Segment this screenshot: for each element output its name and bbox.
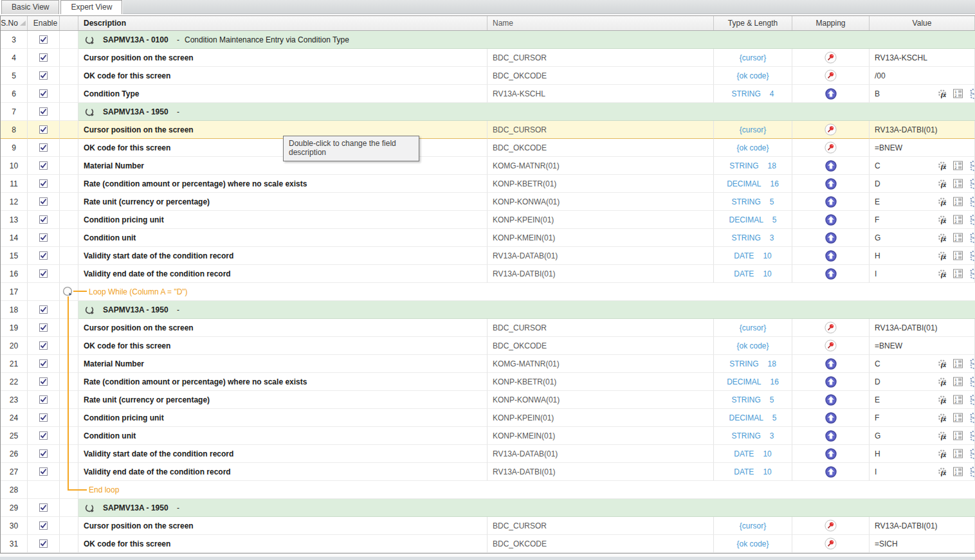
mapping-cell[interactable] — [792, 463, 870, 481]
formula-fx-icon[interactable]: fx — [938, 268, 949, 279]
loop-icon[interactable] — [62, 286, 73, 297]
enable-checkbox[interactable] — [39, 143, 48, 152]
field-name[interactable]: RV13A-DATAB(01) — [488, 445, 714, 463]
enable-checkbox[interactable] — [39, 341, 48, 350]
mapping-list-icon[interactable]: 1 2 — [953, 376, 963, 386]
enable-checkbox[interactable] — [39, 467, 48, 476]
mapping-cell[interactable] — [792, 517, 870, 535]
column-header-description[interactable]: Description — [78, 16, 488, 30]
enable-checkbox[interactable] — [39, 53, 48, 62]
formula-fx-icon[interactable]: fx — [938, 358, 949, 369]
link-icon[interactable] — [968, 214, 975, 225]
mapping-cell[interactable] — [792, 445, 870, 463]
mapping-cell[interactable] — [792, 175, 870, 193]
enable-checkbox[interactable] — [39, 269, 48, 278]
field-description[interactable]: Validity start date of the condition rec… — [78, 445, 488, 463]
table-row[interactable]: 25 Condition unitKONP-KMEIN(01) STRING3 … — [1, 427, 975, 445]
value-cell[interactable]: C fx 1 2 — [870, 355, 975, 373]
field-description[interactable]: OK code for this screen — [78, 535, 488, 553]
formula-fx-icon[interactable]: fx — [938, 430, 949, 441]
table-row[interactable]: 3 SAPMV13A - 0100 - Condition Maintenanc… — [1, 31, 975, 49]
formula-fx-icon[interactable]: fx — [938, 250, 949, 261]
screen-header-cell[interactable]: SAPMV13A - 0100 - Condition Maintenance … — [78, 31, 975, 49]
table-row[interactable]: 21 Material NumberKOMG-MATNR(01) STRING1… — [1, 355, 975, 373]
mapping-list-icon[interactable]: 1 2 — [953, 466, 963, 476]
column-header-enable[interactable]: Enable — [28, 16, 60, 30]
value-cell[interactable]: B fx 1 2 — [870, 85, 975, 103]
value-cell[interactable]: H fx 1 2 — [870, 445, 975, 463]
enable-checkbox[interactable] — [39, 323, 48, 332]
table-row[interactable]: 23 Rate unit (currency or percentage)KON… — [1, 391, 975, 409]
mapping-list-icon[interactable]: 1 2 — [953, 88, 963, 98]
table-row[interactable]: 24 Condition pricing unitKONP-KPEIN(01) … — [1, 409, 975, 427]
table-row[interactable]: 30 Cursor position on the screenBDC_CURS… — [1, 517, 975, 535]
table-row[interactable]: 14 Condition unitKONP-KMEIN(01) STRING3 … — [1, 229, 975, 247]
enable-checkbox[interactable] — [39, 89, 48, 98]
formula-fx-icon[interactable]: fx — [938, 394, 949, 405]
field-type-length[interactable]: {cursor} — [714, 121, 792, 139]
enable-checkbox[interactable] — [39, 125, 48, 134]
table-row[interactable]: 27 Validity end date of the condition re… — [1, 463, 975, 481]
enable-checkbox[interactable] — [39, 35, 48, 44]
mapping-cell[interactable] — [792, 535, 870, 553]
table-row[interactable]: 26 Validity start date of the condition … — [1, 445, 975, 463]
field-name[interactable]: KONP-KBETR(01) — [488, 373, 714, 391]
screen-header-cell[interactable]: SAPMV13A - 1950 - — [78, 499, 975, 517]
tab-expert-view[interactable]: Expert View — [60, 0, 122, 14]
enable-checkbox[interactable] — [39, 197, 48, 206]
mapping-list-icon[interactable]: 1 2 — [953, 178, 963, 188]
field-name[interactable]: KOMG-MATNR(01) — [488, 355, 714, 373]
field-name[interactable]: KONP-KMEIN(01) — [488, 427, 714, 445]
enable-checkbox[interactable] — [39, 107, 48, 116]
value-cell[interactable]: I fx 1 2 — [870, 463, 975, 481]
field-description[interactable]: Rate (condition amount or percentage) wh… — [78, 373, 488, 391]
mapping-cell[interactable] — [792, 193, 870, 211]
mapping-cell[interactable] — [792, 139, 870, 157]
table-row[interactable]: 20 OK code for this screenBDC_OKCODE {ok… — [1, 337, 975, 355]
field-name[interactable]: KONP-KPEIN(01) — [488, 211, 714, 229]
field-name[interactable]: KONP-KMEIN(01) — [488, 229, 714, 247]
mapping-list-icon[interactable]: 1 2 — [953, 412, 963, 422]
field-description[interactable]: Condition Type — [78, 85, 488, 103]
column-header-name[interactable]: Name — [488, 16, 714, 30]
table-row[interactable]: 7 SAPMV13A - 1950 - — [1, 103, 975, 121]
value-cell[interactable]: E fx 1 2 — [870, 391, 975, 409]
mapping-cell[interactable] — [792, 337, 870, 355]
mapping-cell[interactable] — [792, 427, 870, 445]
table-row[interactable]: 17 Loop While (Column A = "D") — [1, 283, 975, 301]
mapping-list-icon[interactable]: 1 2 — [953, 394, 963, 404]
field-type-length[interactable]: STRING4 — [714, 85, 792, 103]
mapping-cell[interactable] — [792, 121, 870, 139]
enable-checkbox[interactable] — [39, 539, 48, 548]
field-description[interactable]: Rate (condition amount or percentage) wh… — [78, 175, 488, 193]
mapping-list-icon[interactable]: 1 2 — [953, 430, 963, 440]
table-row[interactable]: 11 Rate (condition amount or percentage)… — [1, 175, 975, 193]
column-header-sno[interactable]: S.No — [1, 16, 28, 30]
field-type-length[interactable]: DECIMAL16 — [714, 373, 792, 391]
mapping-list-icon[interactable]: 1 2 — [953, 268, 963, 278]
formula-fx-icon[interactable]: fx — [938, 214, 949, 225]
value-cell[interactable]: G fx 1 2 — [870, 229, 975, 247]
link-icon[interactable] — [968, 394, 975, 405]
table-row[interactable]: 5 OK code for this screenBDC_OKCODE {ok … — [1, 67, 975, 85]
enable-checkbox[interactable] — [39, 251, 48, 260]
mapping-cell[interactable] — [792, 49, 870, 67]
field-name[interactable]: RV13A-DATAB(01) — [488, 247, 714, 265]
link-icon[interactable] — [968, 196, 975, 207]
mapping-list-icon[interactable]: 1 2 — [953, 232, 963, 242]
enable-checkbox[interactable] — [39, 359, 48, 368]
field-type-length[interactable]: STRING3 — [714, 427, 792, 445]
field-type-length[interactable]: STRING18 — [714, 157, 792, 175]
field-name[interactable]: KONP-KBETR(01) — [488, 175, 714, 193]
enable-checkbox[interactable] — [39, 179, 48, 188]
field-name[interactable]: KONP-KONWA(01) — [488, 193, 714, 211]
table-row[interactable]: 15 Validity start date of the condition … — [1, 247, 975, 265]
enable-checkbox[interactable] — [39, 503, 48, 512]
mapping-cell[interactable] — [792, 265, 870, 283]
field-type-length[interactable]: DATE10 — [714, 463, 792, 481]
enable-checkbox[interactable] — [39, 395, 48, 404]
field-description[interactable]: Cursor position on the screen — [78, 49, 488, 67]
value-cell[interactable]: H fx 1 2 — [870, 247, 975, 265]
value-cell[interactable]: C fx 1 2 — [870, 157, 975, 175]
enable-checkbox[interactable] — [39, 413, 48, 422]
